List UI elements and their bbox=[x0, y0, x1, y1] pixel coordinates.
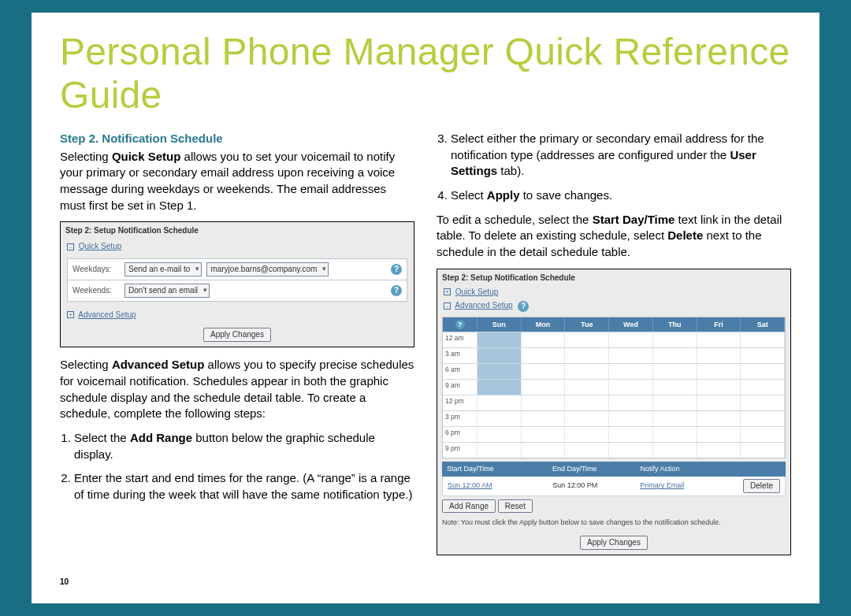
weekends-label: Weekends: bbox=[72, 285, 120, 296]
steps-list-left: Select the Add Range button below the gr… bbox=[60, 430, 414, 503]
collapse-icon: - bbox=[444, 302, 451, 310]
advanced-setup-paragraph: Selecting Advanced Setup allows you to s… bbox=[60, 357, 414, 422]
weekdays-action-select[interactable]: Send an e-mail to bbox=[124, 262, 202, 276]
document-page: Personal Phone Manager Quick Reference G… bbox=[32, 13, 819, 603]
quick-setup-table: Weekdays: Send an e-mail to maryjoe.barn… bbox=[67, 258, 407, 302]
apply-changes-button[interactable]: Apply Changes bbox=[580, 536, 648, 550]
day-header: Sun bbox=[478, 317, 522, 332]
quick-setup-link[interactable]: Quick Setup bbox=[79, 242, 121, 250]
panel-title: Step 2: Setup Notification Schedule bbox=[437, 269, 790, 285]
steps-list-right: Select either the primary or secondary e… bbox=[437, 131, 791, 204]
day-header: Thu bbox=[653, 317, 697, 332]
help-icon[interactable]: ? bbox=[455, 320, 465, 329]
edit-delete-paragraph: To edit a schedule, select the Start Day… bbox=[437, 212, 791, 261]
weekends-action-select[interactable]: Don't send an email bbox=[124, 284, 210, 298]
reset-button[interactable]: Reset bbox=[498, 499, 533, 514]
step-3: Select either the primary or secondary e… bbox=[451, 131, 791, 180]
end-day-time: Sun 12:00 PM bbox=[552, 481, 640, 490]
day-header: Mon bbox=[522, 317, 566, 332]
weekdays-label: Weekdays: bbox=[72, 264, 120, 275]
expand-icon: + bbox=[67, 311, 74, 318]
step-2: Enter the start and end times for the ra… bbox=[74, 470, 414, 503]
schedule-cell-marked[interactable] bbox=[478, 332, 522, 347]
add-range-button[interactable]: Add Range bbox=[442, 499, 496, 514]
panel-title: Step 2: Setup Notification Schedule bbox=[61, 222, 414, 238]
page-title: Personal Phone Manager Quick Reference G… bbox=[60, 30, 791, 117]
step-1: Select the Add Range button below the gr… bbox=[74, 430, 414, 462]
note-text: Note: You must click the Apply button be… bbox=[442, 518, 786, 527]
detail-header: Start Day/Time End Day/Time Notify Actio… bbox=[442, 462, 786, 476]
advanced-setup-link[interactable]: Advanced Setup bbox=[455, 301, 512, 310]
start-day-time-link[interactable]: Sun 12:00 AM bbox=[448, 481, 552, 490]
advanced-setup-panel: Step 2: Setup Notification Schedule + Qu… bbox=[437, 269, 791, 555]
two-column-layout: Step 2. Notification Schedule Selecting … bbox=[60, 131, 791, 565]
schedule-header-row: ? Sun Mon Tue Wed Thu Fri Sat bbox=[443, 317, 785, 332]
right-column: Select either the primary or secondary e… bbox=[437, 131, 791, 565]
schedule-cell-marked[interactable] bbox=[478, 364, 522, 379]
advanced-setup-link[interactable]: Advanced Setup bbox=[78, 310, 136, 319]
quick-setup-paragraph: Selecting Quick Setup allows you to set … bbox=[60, 149, 414, 214]
help-icon[interactable]: ? bbox=[518, 301, 529, 312]
detail-row: Sun 12:00 AM Sun 12:00 PM Primary Email … bbox=[442, 477, 786, 496]
page-number: 10 bbox=[60, 577, 69, 586]
delete-button[interactable]: Delete bbox=[743, 479, 780, 493]
step-heading: Step 2. Notification Schedule bbox=[60, 131, 414, 147]
schedule-grid: ? Sun Mon Tue Wed Thu Fri Sat 12 am 3 am… bbox=[442, 317, 786, 459]
help-icon[interactable]: ? bbox=[391, 264, 402, 275]
schedule-cell-marked[interactable] bbox=[478, 348, 522, 363]
collapse-icon: - bbox=[67, 243, 74, 250]
quick-setup-link[interactable]: Quick Setup bbox=[455, 288, 498, 296]
left-column: Step 2. Notification Schedule Selecting … bbox=[60, 131, 414, 565]
step-4: Select Apply to save changes. bbox=[451, 187, 791, 204]
day-header: Sat bbox=[741, 317, 785, 332]
day-header: Tue bbox=[565, 317, 609, 332]
quick-setup-panel: Step 2: Setup Notification Schedule - Qu… bbox=[60, 221, 414, 347]
schedule-body: 12 am 3 am 6 am 9 am 12 pm 3 pm 6 pm 9 p… bbox=[443, 332, 785, 458]
schedule-cell-marked[interactable] bbox=[478, 380, 522, 395]
weekdays-email-select[interactable]: maryjoe.barns@company.com bbox=[206, 262, 329, 276]
day-header: Fri bbox=[697, 317, 741, 332]
notify-action-link[interactable]: Primary Email bbox=[640, 481, 727, 490]
day-header: Wed bbox=[609, 317, 653, 332]
apply-changes-button[interactable]: Apply Changes bbox=[203, 328, 271, 342]
expand-icon: + bbox=[444, 288, 451, 295]
help-icon[interactable]: ? bbox=[391, 285, 402, 296]
